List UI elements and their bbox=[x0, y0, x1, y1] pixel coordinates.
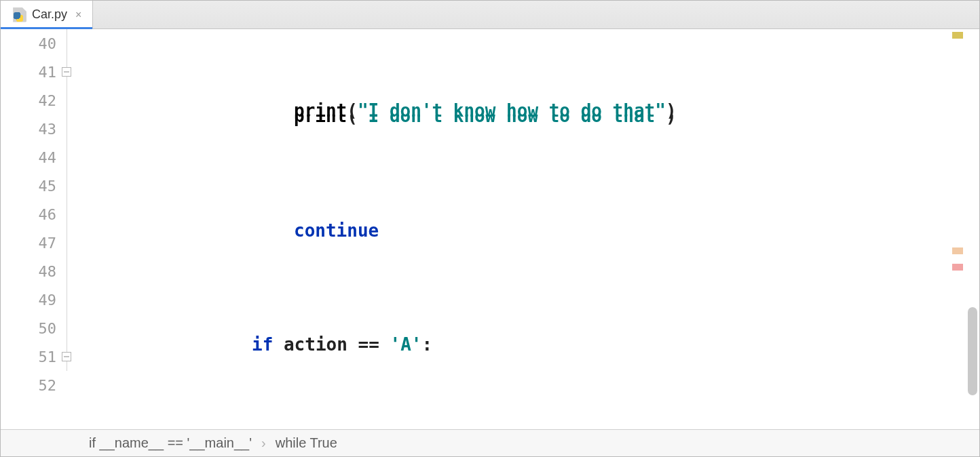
marker-error[interactable] bbox=[952, 264, 963, 271]
editor-window: Car.py × 40 41 42 43 44 45 46 47 48 49 5… bbox=[0, 0, 980, 457]
line-number: 42 bbox=[39, 92, 57, 109]
code-line[interactable]: continue bbox=[74, 216, 979, 245]
editor-area: 40 41 42 43 44 45 46 47 48 49 50 51 52 p… bbox=[1, 29, 979, 429]
line-number: 40 bbox=[39, 35, 57, 52]
fold-toggle-icon[interactable] bbox=[62, 352, 71, 361]
line-number: 49 bbox=[39, 292, 57, 309]
close-tab-icon[interactable]: × bbox=[75, 9, 81, 21]
code-viewport[interactable]: print("I don't know how to do that") pri… bbox=[74, 29, 979, 429]
line-number: 48 bbox=[39, 263, 57, 280]
breadcrumb-bar: if __name__ == '__main__' › while True bbox=[1, 429, 979, 456]
line-number: 51 bbox=[39, 349, 57, 365]
python-file-icon bbox=[12, 7, 26, 22]
line-number: 52 bbox=[39, 377, 57, 394]
line-number: 43 bbox=[39, 121, 57, 138]
line-number: 41 bbox=[39, 64, 57, 81]
tab-bar: Car.py × bbox=[1, 1, 979, 29]
gutter[interactable]: 40 41 42 43 44 45 46 47 48 49 50 51 52 bbox=[1, 29, 74, 429]
vertical-scrollbar[interactable] bbox=[968, 307, 977, 395]
line-number: 47 bbox=[39, 235, 57, 252]
code-line[interactable]: if action == 'A': bbox=[74, 330, 979, 359]
fold-toggle-icon[interactable] bbox=[62, 67, 71, 77]
code-line[interactable]: print("I don't know how to do that") bbox=[74, 115, 979, 131]
marker-info[interactable] bbox=[952, 247, 963, 254]
breadcrumb-item[interactable]: while True bbox=[276, 435, 337, 451]
line-number: 45 bbox=[39, 178, 57, 195]
line-number: 46 bbox=[39, 206, 57, 223]
breadcrumb-item[interactable]: if __name__ == '__main__' bbox=[89, 435, 252, 451]
file-tab[interactable]: Car.py × bbox=[1, 1, 93, 28]
line-number: 44 bbox=[39, 149, 57, 166]
chevron-right-icon: › bbox=[261, 435, 266, 451]
line-number: 50 bbox=[39, 320, 57, 337]
tab-filename: Car.py bbox=[32, 7, 67, 22]
marker-warning[interactable] bbox=[952, 32, 963, 39]
